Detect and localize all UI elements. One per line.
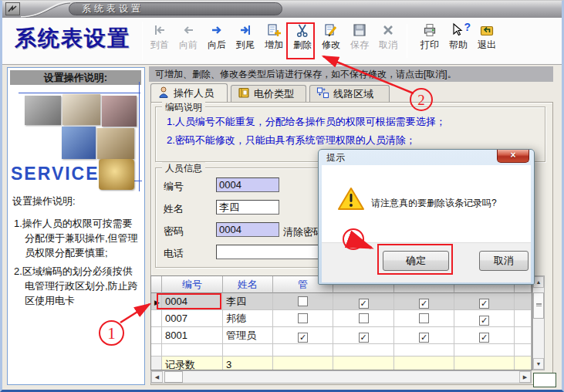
sidebar-decoration-line bbox=[139, 82, 140, 191]
scroll-down-icon[interactable]: ▼ bbox=[533, 358, 544, 370]
grid-empty-cell bbox=[162, 344, 223, 357]
page-title: 系统表设置 bbox=[15, 24, 130, 53]
tab-operators[interactable]: 操作人员 bbox=[150, 83, 228, 102]
scroll-right-icon[interactable]: ▶ bbox=[519, 371, 531, 383]
grid-cell-name[interactable]: 邦德 bbox=[223, 310, 273, 327]
permission-checkbox[interactable] bbox=[359, 313, 369, 323]
dialog-footer: 确定 取消 bbox=[322, 242, 531, 282]
row-selector-cell: ▶ bbox=[151, 293, 162, 310]
vertical-scroll-thumb[interactable] bbox=[533, 292, 544, 319]
permission-checkbox[interactable]: ✓ bbox=[359, 333, 369, 343]
grid-cell-check[interactable]: ✓ bbox=[333, 293, 394, 310]
grid-cell-check[interactable]: ✓ bbox=[454, 293, 515, 310]
dialog-close-icon[interactable]: × bbox=[497, 150, 529, 163]
grid-cell-code[interactable]: 0007 bbox=[162, 310, 223, 327]
cancel-button: 取消 bbox=[374, 22, 402, 61]
last-record-button[interactable]: 到尾 bbox=[231, 22, 259, 61]
horizontal-scroll-thumb[interactable] bbox=[164, 371, 183, 383]
system-table-settings-window: 系统表设置 系统表设置 到首 向前 向后 到尾 增加 删除 bbox=[0, 0, 564, 392]
go-last-icon bbox=[231, 22, 259, 39]
sidebar-note-2: 2.区域编码的划分必须按供电管理行政区划分,防止跨区使用电卡 bbox=[14, 264, 142, 308]
help-button[interactable]: ? 帮助 bbox=[444, 22, 472, 61]
record-count-value: 3 bbox=[223, 357, 273, 370]
service-wordmark: SERVICE bbox=[11, 164, 100, 184]
go-next-icon bbox=[203, 22, 231, 39]
coding-note-1: 1.人员编号不能重复，分配给各操作员的权限可根据需要选择； bbox=[167, 115, 446, 129]
add-record-button[interactable]: 增加 bbox=[260, 22, 288, 61]
grid-empty-cell bbox=[394, 344, 454, 357]
password-field[interactable] bbox=[216, 222, 279, 237]
next-record-button[interactable]: 向后 bbox=[203, 22, 231, 61]
grid-cell-check[interactable] bbox=[394, 310, 454, 327]
go-first-icon bbox=[146, 22, 174, 39]
permission-checkbox[interactable]: ✓ bbox=[419, 333, 429, 343]
grid-cell-check[interactable]: ✓ bbox=[454, 310, 515, 327]
print-button[interactable]: 打印 bbox=[416, 22, 444, 61]
dialog-ok-button[interactable]: 确定 bbox=[383, 251, 449, 271]
grid-footer-cell bbox=[454, 357, 515, 370]
toolbar-divider bbox=[142, 22, 143, 60]
tab-price-types[interactable]: 电价类型 bbox=[231, 85, 306, 102]
grid-vertical-scrollbar[interactable]: ▲ ▼ bbox=[532, 275, 545, 370]
grid-cell-code[interactable]: 0004 bbox=[162, 293, 223, 310]
permission-checkbox[interactable]: ✓ bbox=[359, 299, 369, 309]
permission-checkbox[interactable]: ✓ bbox=[298, 333, 308, 343]
permission-checkbox[interactable]: ✓ bbox=[479, 333, 489, 343]
current-row-marker: ▶ bbox=[153, 299, 160, 306]
permission-checkbox[interactable]: ✓ bbox=[479, 316, 489, 326]
scroll-left-icon[interactable]: ◀ bbox=[151, 371, 163, 383]
phone-label: 电话 bbox=[164, 247, 184, 261]
grid-cell-check[interactable] bbox=[273, 293, 333, 310]
record-count-label: 记录数 bbox=[162, 357, 223, 370]
add-document-icon bbox=[260, 22, 288, 39]
grid-cell-name[interactable]: 李四 bbox=[223, 293, 273, 310]
name-field[interactable] bbox=[216, 200, 279, 215]
permission-checkbox[interactable]: ✓ bbox=[479, 299, 489, 309]
grid-cell-check[interactable]: ✓ bbox=[273, 327, 333, 344]
grid-footer-cell bbox=[151, 357, 162, 370]
grid-footer-cell bbox=[333, 357, 394, 370]
grid-header-code[interactable]: 编号 bbox=[162, 276, 223, 293]
collage-photo-watch bbox=[99, 159, 134, 190]
sidebar-subheader: 设置操作说明: bbox=[12, 194, 76, 208]
grid-cell-check[interactable]: ✓ bbox=[454, 327, 515, 344]
permission-checkbox[interactable] bbox=[298, 296, 308, 306]
first-record-button: 到首 bbox=[146, 22, 174, 61]
tab-line-areas[interactable]: 线路区域 bbox=[309, 85, 390, 102]
name-label: 姓名 bbox=[164, 202, 184, 216]
grid-cell-code[interactable]: 8001 bbox=[162, 327, 223, 344]
permission-checkbox[interactable]: ✓ bbox=[419, 299, 429, 309]
collage-photo-keyboard bbox=[62, 127, 96, 159]
grid-footer-cell bbox=[515, 357, 532, 370]
printer-icon bbox=[416, 22, 444, 39]
collage-photo-sticks bbox=[102, 96, 137, 127]
exit-button[interactable]: 退出 bbox=[473, 22, 501, 61]
dialog-cancel-button[interactable]: 取消 bbox=[479, 251, 529, 271]
modify-record-button[interactable]: 修改 bbox=[317, 22, 345, 61]
help-cursor-icon: ? bbox=[444, 22, 472, 39]
permission-checkbox[interactable] bbox=[419, 313, 429, 323]
permission-checkbox[interactable] bbox=[298, 313, 308, 323]
delete-record-button[interactable]: 删除 bbox=[289, 22, 316, 61]
question-mark: ? bbox=[464, 21, 471, 33]
grid-cell-check[interactable]: ✓ bbox=[333, 327, 394, 344]
save-button: 保存 bbox=[346, 22, 373, 61]
window-title: 系统表设置 bbox=[69, 2, 282, 15]
grid-header-name[interactable]: 姓名 bbox=[223, 276, 273, 293]
grid-cell-name[interactable]: 管理员 bbox=[223, 327, 273, 344]
dialog-body: 请注意真的要删除该条记录吗? bbox=[322, 165, 531, 242]
grid-footer-cell bbox=[394, 357, 454, 370]
tab-label: 线路区域 bbox=[333, 87, 373, 101]
operators-grid[interactable]: 编号 姓名 管 ▶ 0004 李四 ✓ ✓ ✓ 0007 邦德 ✓ 8001 管… bbox=[150, 275, 532, 370]
grid-cell-check[interactable] bbox=[333, 310, 394, 327]
code-field[interactable] bbox=[216, 177, 279, 192]
scissors-icon bbox=[289, 22, 316, 39]
grid-cell-check[interactable]: ✓ bbox=[394, 293, 454, 310]
scroll-up-icon[interactable]: ▲ bbox=[533, 276, 544, 288]
grid-empty-cell bbox=[333, 344, 394, 357]
grid-empty-cell bbox=[223, 344, 273, 357]
grid-empty-cell bbox=[515, 344, 532, 357]
grid-cell-check[interactable] bbox=[273, 310, 333, 327]
grid-cell-check[interactable]: ✓ bbox=[394, 327, 454, 344]
grid-horizontal-scrollbar[interactable]: ◀ ▶ bbox=[150, 370, 532, 384]
